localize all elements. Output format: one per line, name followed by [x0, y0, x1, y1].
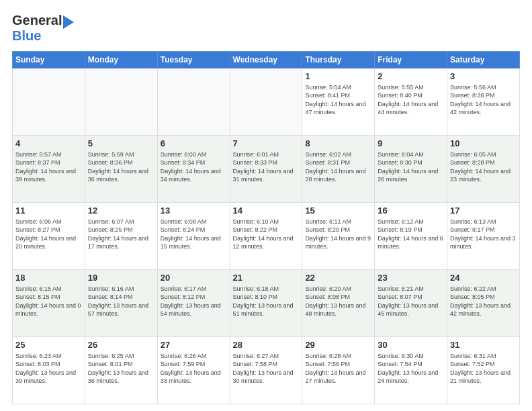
- day-info: Sunrise: 6:26 AM Sunset: 7:59 PM Dayligh…: [161, 352, 227, 385]
- calendar-cell: 17Sunrise: 6:13 AM Sunset: 8:17 PM Dayli…: [447, 203, 520, 270]
- calendar-cell: 4Sunrise: 5:57 AM Sunset: 8:37 PM Daylig…: [13, 136, 85, 203]
- day-info: Sunrise: 6:31 AM Sunset: 7:52 PM Dayligh…: [450, 352, 517, 385]
- calendar-cell: 23Sunrise: 6:21 AM Sunset: 8:07 PM Dayli…: [375, 270, 447, 337]
- day-number: 27: [161, 339, 227, 351]
- day-number: 31: [450, 339, 517, 351]
- day-info: Sunrise: 6:18 AM Sunset: 8:10 PM Dayligh…: [233, 285, 300, 318]
- calendar-cell: 21Sunrise: 6:18 AM Sunset: 8:10 PM Dayli…: [230, 270, 302, 337]
- calendar-cell: 15Sunrise: 6:11 AM Sunset: 8:20 PM Dayli…: [302, 203, 375, 270]
- calendar-cell: [230, 68, 302, 136]
- day-info: Sunrise: 5:55 AM Sunset: 8:40 PM Dayligh…: [378, 83, 444, 117]
- calendar-week-row: 18Sunrise: 6:15 AM Sunset: 8:15 PM Dayli…: [13, 270, 520, 337]
- calendar-cell: [85, 68, 157, 136]
- day-number: 21: [233, 272, 300, 284]
- day-info: Sunrise: 6:04 AM Sunset: 8:30 PM Dayligh…: [378, 150, 444, 184]
- day-number: 4: [15, 138, 82, 150]
- page: General Blue SundayMondayTuesdayWednesda…: [0, 0, 532, 411]
- calendar-cell: 2Sunrise: 5:55 AM Sunset: 8:40 PM Daylig…: [375, 68, 447, 136]
- day-info: Sunrise: 6:12 AM Sunset: 8:19 PM Dayligh…: [378, 218, 444, 251]
- day-number: 25: [15, 339, 82, 351]
- calendar-cell: 3Sunrise: 5:56 AM Sunset: 8:38 PM Daylig…: [447, 68, 520, 136]
- calendar-cell: 7Sunrise: 6:01 AM Sunset: 8:33 PM Daylig…: [230, 136, 302, 203]
- day-number: 18: [15, 272, 82, 284]
- weekday-header: Friday: [375, 52, 447, 68]
- calendar-cell: 16Sunrise: 6:12 AM Sunset: 8:19 PM Dayli…: [375, 203, 447, 270]
- calendar-cell: [157, 68, 230, 136]
- calendar-header-row: SundayMondayTuesdayWednesdayThursdayFrid…: [13, 52, 520, 68]
- calendar-cell: 24Sunrise: 6:22 AM Sunset: 8:05 PM Dayli…: [447, 270, 520, 337]
- calendar-cell: 31Sunrise: 6:31 AM Sunset: 7:52 PM Dayli…: [447, 337, 520, 404]
- day-number: 2: [378, 71, 444, 83]
- day-number: 12: [88, 205, 154, 217]
- calendar-cell: 22Sunrise: 6:20 AM Sunset: 8:08 PM Dayli…: [302, 270, 375, 337]
- day-info: Sunrise: 5:57 AM Sunset: 8:37 PM Dayligh…: [15, 150, 82, 184]
- calendar-cell: 14Sunrise: 6:10 AM Sunset: 8:22 PM Dayli…: [230, 203, 302, 270]
- calendar-cell: 9Sunrise: 6:04 AM Sunset: 8:30 PM Daylig…: [375, 136, 447, 203]
- day-info: Sunrise: 6:01 AM Sunset: 8:33 PM Dayligh…: [233, 150, 300, 184]
- day-info: Sunrise: 6:05 AM Sunset: 8:28 PM Dayligh…: [450, 150, 517, 184]
- day-info: Sunrise: 6:16 AM Sunset: 8:14 PM Dayligh…: [88, 285, 154, 318]
- calendar-week-row: 1Sunrise: 5:54 AM Sunset: 8:41 PM Daylig…: [13, 68, 520, 136]
- day-info: Sunrise: 6:11 AM Sunset: 8:20 PM Dayligh…: [305, 218, 371, 251]
- weekday-header: Monday: [85, 52, 157, 68]
- day-number: 14: [233, 205, 300, 217]
- calendar-cell: 13Sunrise: 6:08 AM Sunset: 8:24 PM Dayli…: [157, 203, 230, 270]
- calendar-cell: 25Sunrise: 6:23 AM Sunset: 8:03 PM Dayli…: [13, 337, 85, 404]
- weekday-header: Saturday: [447, 52, 520, 68]
- day-number: 11: [15, 205, 82, 217]
- calendar-cell: 29Sunrise: 6:28 AM Sunset: 7:56 PM Dayli…: [302, 337, 375, 404]
- logo-general: General: [12, 13, 62, 28]
- weekday-header: Sunday: [13, 52, 85, 68]
- day-number: 10: [450, 138, 517, 150]
- day-info: Sunrise: 6:15 AM Sunset: 8:15 PM Dayligh…: [15, 285, 82, 318]
- weekday-header: Tuesday: [157, 52, 230, 68]
- day-number: 9: [378, 138, 444, 150]
- calendar-cell: 8Sunrise: 6:02 AM Sunset: 8:31 PM Daylig…: [302, 136, 375, 203]
- day-number: 7: [233, 138, 300, 150]
- day-info: Sunrise: 6:21 AM Sunset: 8:07 PM Dayligh…: [378, 285, 444, 318]
- day-info: Sunrise: 6:25 AM Sunset: 8:01 PM Dayligh…: [88, 352, 154, 385]
- calendar-cell: 28Sunrise: 6:27 AM Sunset: 7:58 PM Dayli…: [230, 337, 302, 404]
- day-info: Sunrise: 5:56 AM Sunset: 8:38 PM Dayligh…: [450, 83, 517, 117]
- day-number: 22: [305, 272, 371, 284]
- day-info: Sunrise: 6:28 AM Sunset: 7:56 PM Dayligh…: [305, 352, 371, 385]
- calendar-table: SundayMondayTuesdayWednesdayThursdayFrid…: [12, 51, 520, 404]
- calendar-cell: 26Sunrise: 6:25 AM Sunset: 8:01 PM Dayli…: [85, 337, 157, 404]
- day-number: 6: [161, 138, 227, 150]
- day-info: Sunrise: 6:13 AM Sunset: 8:17 PM Dayligh…: [450, 218, 517, 251]
- calendar-cell: 19Sunrise: 6:16 AM Sunset: 8:14 PM Dayli…: [85, 270, 157, 337]
- calendar-cell: [13, 68, 85, 136]
- day-info: Sunrise: 6:30 AM Sunset: 7:54 PM Dayligh…: [378, 352, 444, 385]
- calendar-cell: 1Sunrise: 5:54 AM Sunset: 8:41 PM Daylig…: [302, 68, 375, 136]
- day-number: 5: [88, 138, 154, 150]
- day-number: 8: [305, 138, 371, 150]
- day-number: 15: [305, 205, 371, 217]
- calendar-cell: 12Sunrise: 6:07 AM Sunset: 8:25 PM Dayli…: [85, 203, 157, 270]
- calendar-cell: 6Sunrise: 6:00 AM Sunset: 8:34 PM Daylig…: [157, 136, 230, 203]
- calendar-cell: 18Sunrise: 6:15 AM Sunset: 8:15 PM Dayli…: [13, 270, 85, 337]
- calendar-cell: 5Sunrise: 5:59 AM Sunset: 8:36 PM Daylig…: [85, 136, 157, 203]
- header: General Blue: [12, 12, 520, 44]
- day-number: 19: [88, 272, 154, 284]
- calendar-cell: 11Sunrise: 6:06 AM Sunset: 8:27 PM Dayli…: [13, 203, 85, 270]
- calendar-cell: 30Sunrise: 6:30 AM Sunset: 7:54 PM Dayli…: [375, 337, 447, 404]
- day-info: Sunrise: 6:20 AM Sunset: 8:08 PM Dayligh…: [305, 285, 371, 318]
- day-number: 17: [450, 205, 517, 217]
- day-number: 13: [161, 205, 227, 217]
- day-number: 16: [378, 205, 444, 217]
- day-info: Sunrise: 6:10 AM Sunset: 8:22 PM Dayligh…: [233, 218, 300, 251]
- day-info: Sunrise: 6:23 AM Sunset: 8:03 PM Dayligh…: [15, 352, 82, 385]
- day-info: Sunrise: 5:59 AM Sunset: 8:36 PM Dayligh…: [88, 150, 154, 184]
- calendar-cell: 20Sunrise: 6:17 AM Sunset: 8:12 PM Dayli…: [157, 270, 230, 337]
- logo-blue: Blue: [12, 28, 41, 43]
- day-info: Sunrise: 6:22 AM Sunset: 8:05 PM Dayligh…: [450, 285, 517, 318]
- weekday-header: Thursday: [302, 52, 375, 68]
- calendar-cell: 27Sunrise: 6:26 AM Sunset: 7:59 PM Dayli…: [157, 337, 230, 404]
- calendar-week-row: 4Sunrise: 5:57 AM Sunset: 8:37 PM Daylig…: [13, 136, 520, 203]
- day-number: 23: [378, 272, 444, 284]
- logo: General Blue: [12, 12, 73, 44]
- logo-arrow-icon: [63, 15, 74, 29]
- day-number: 3: [450, 71, 517, 83]
- day-number: 26: [88, 339, 154, 351]
- day-info: Sunrise: 6:00 AM Sunset: 8:34 PM Dayligh…: [161, 150, 227, 184]
